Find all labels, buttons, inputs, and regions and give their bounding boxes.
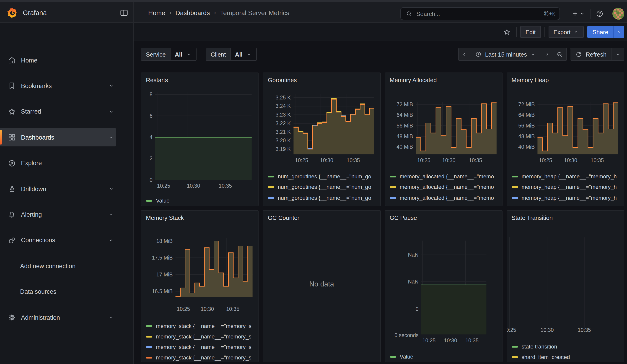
home-icon [7,56,16,65]
panel-grid: Restarts8642010:2510:3010:35ValueGorouti… [141,73,624,362]
svg-text:10:35: 10:35 [590,157,604,163]
chevron-up-icon[interactable] [107,237,116,244]
sidebar-item-starred[interactable]: Starred [0,103,116,121]
top-header: Grafana Home › Dashboards › Temporal Ser… [0,2,627,23]
panel-goroutines: Goroutines3.25 K3.24 K3.23 K3.22 K3.21 K… [263,73,381,206]
sidebar-item-home[interactable]: Home [0,51,116,69]
svg-text:10:30: 10:30 [442,157,455,163]
legend-item[interactable]: num_goroutines {__name__="num_go [268,172,378,180]
svg-text:4: 4 [150,134,153,140]
svg-text:56 MiB: 56 MiB [396,123,413,129]
help-icon[interactable] [594,8,606,20]
sidebar-item-bookmarks[interactable]: Bookmarks [0,77,116,95]
sidebar-item-label: Explore [21,160,116,166]
legend-label: memory_allocated {__name__="memo [400,173,494,179]
legend-item[interactable]: memory_stack {__name__="memory_s [146,322,257,330]
legend-item[interactable]: memory_allocated {__name__="memo [390,183,500,191]
legend-item[interactable]: memory_allocated {__name__="memo [390,172,500,180]
legend-item[interactable]: memory_heap {__name__="memory_h [512,205,622,206]
panel-title[interactable]: GC Counter [268,214,300,221]
breadcrumb-home[interactable]: Home [148,9,165,16]
svg-text:10:30: 10:30 [444,338,457,343]
series-color-swatch [146,325,152,327]
chevron-down-icon[interactable] [107,314,116,321]
svg-text:10:25: 10:25 [177,306,190,312]
time-zoom-out-button[interactable] [553,48,567,61]
sidebar-item-label: Drilldown [21,185,107,192]
panel-title[interactable]: Memory Stack [146,214,184,221]
legend-item[interactable]: num_goroutines {__name__="num_go [268,205,378,206]
legend-item[interactable]: memory_heap {__name__="memory_h [512,194,622,202]
panel-title[interactable]: GC Pause [390,214,417,221]
legend-item[interactable]: memory_stack {__name__="memory_s [146,333,257,341]
chevron-down-icon[interactable] [107,134,116,141]
time-range-picker[interactable]: Last 15 minutes [470,48,541,61]
svg-text:10:25: 10:25 [157,183,170,189]
panel-title[interactable]: Memory Allocated [390,77,437,84]
bell-icon [7,210,16,219]
export-button[interactable]: Export [548,26,584,38]
legend-item[interactable]: num_goroutines {__name__="num_go [268,194,378,202]
divider [544,27,545,37]
filter-value-dropdown[interactable]: All [170,48,196,60]
sidebar-item-add-new-connection[interactable]: Add new connection [0,257,116,275]
brand[interactable]: Grafana [6,2,47,23]
legend-label: memory_heap {__name__="memory_h [522,206,617,206]
panel-title[interactable]: Goroutines [268,77,297,84]
sidebar-item-administration[interactable]: Administration [0,308,116,327]
legend-label: num_goroutines {__name__="num_go [278,195,371,201]
gc-pause-chart: NaNNaN00 seconds10:2510:3010:35 [385,211,502,362]
panel-state-transition: State Transition10:2510:3010:35state tra… [507,210,625,362]
svg-text:10:30: 10:30 [187,183,200,189]
search-input[interactable]: Search... ⌘+k [400,7,560,20]
chevron-down-icon[interactable] [107,108,116,115]
panel-title[interactable]: Restarts [146,77,168,84]
compass-icon [7,158,16,168]
panel-title[interactable]: Memory Heap [512,77,549,84]
legend-item[interactable]: state transition [512,343,622,350]
legend-label: memory_stack {__name__="memory_s [156,333,252,340]
svg-text:17 MiB: 17 MiB [157,272,173,278]
add-button[interactable] [570,8,587,20]
panel-title[interactable]: State Transition [512,214,553,221]
legend-item[interactable]: memory_stack {__name__="memory_s [146,343,257,351]
filter-value-dropdown[interactable]: All [230,48,256,60]
sidebar-item-alerting[interactable]: Alerting [0,206,116,224]
legend-item[interactable]: memory_allocated {__name__="memo [390,205,500,206]
refresh-interval-caret[interactable] [612,48,624,61]
series-color-swatch [512,346,518,347]
star-icon [7,107,16,116]
svg-text:56 MiB: 56 MiB [518,123,535,129]
sidebar-item-label: Data sources [20,288,116,295]
legend-item[interactable]: shard_item_created [512,353,622,361]
legend-item[interactable]: memory_heap {__name__="memory_h [512,183,622,191]
share-button[interactable]: Share [587,26,613,38]
time-back-button[interactable] [458,48,470,61]
legend-item[interactable]: Value [390,353,500,360]
legend-item[interactable]: memory_heap {__name__="memory_h [512,172,622,180]
chevron-down-icon[interactable] [107,186,116,192]
chevron-down-icon[interactable] [107,211,116,218]
share-dropdown-caret[interactable] [613,26,624,38]
legend-item[interactable]: Value [146,197,257,204]
breadcrumb-current: Temporal Server Metrics [220,9,289,16]
time-forward-button[interactable] [541,48,553,61]
breadcrumb-dashboards[interactable]: Dashboards [175,9,210,16]
sidebar-collapse-icon[interactable] [119,7,129,18]
sidebar-item-dashboards[interactable]: Dashboards [0,128,116,146]
favorite-star-icon[interactable] [501,26,513,38]
user-avatar[interactable] [612,8,624,20]
legend-item[interactable]: num_goroutines {__name__="num_go [268,183,378,191]
sidebar-item-drilldown[interactable]: Drilldown [0,180,116,198]
chevron-down-icon[interactable] [107,83,116,89]
legend-item[interactable]: memory_stack {__name__="memory_s [146,354,257,362]
panel-gc-counter: GC CounterNo data [263,210,381,362]
sidebar-item-explore[interactable]: Explore [0,154,116,172]
svg-text:0: 0 [150,177,153,183]
sidebar-item-data-sources[interactable]: Data sources [0,283,116,301]
refresh-button[interactable]: Refresh [571,48,612,61]
dashboard-actions-bar: Edit Export Share [134,23,627,41]
sidebar-item-connections[interactable]: Connections [0,231,116,250]
edit-button[interactable]: Edit [521,26,541,38]
legend-item[interactable]: memory_allocated {__name__="memo [390,194,500,202]
